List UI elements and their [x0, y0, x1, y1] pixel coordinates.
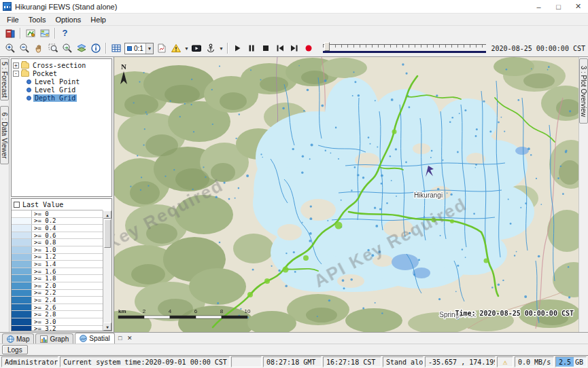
legend-row: >= 0.2: [12, 218, 103, 225]
layer-depth-value: 0:1: [134, 45, 145, 52]
layer-depth-combo[interactable]: 0:1 ▼: [124, 43, 154, 54]
legend-row-label: >= 1.2: [32, 254, 58, 261]
menu-tools[interactable]: Tools: [24, 15, 51, 24]
legend-row-label: >= 3.0: [32, 318, 58, 325]
map-canvas[interactable]: API Key Required API Key Required Hikura…: [114, 57, 578, 332]
step-back-icon[interactable]: [273, 41, 288, 55]
timeline-datetime: 2020-08-25 00:00:00 CST: [491, 45, 588, 52]
chevron-down-icon[interactable]: ▼: [184, 46, 190, 51]
last-value-row: Last Value: [12, 199, 111, 210]
pause-icon[interactable]: [245, 41, 259, 55]
maximize-button[interactable]: □: [549, 0, 568, 13]
record-icon[interactable]: [302, 41, 316, 55]
tree-item-level-point[interactable]: Level Point: [13, 77, 110, 86]
profile-icon[interactable]: [155, 41, 169, 55]
chevron-down-icon[interactable]: ▼: [218, 46, 224, 51]
menu-help[interactable]: Help: [86, 15, 111, 24]
tree-item-pocket[interactable]: - Pocket: [13, 69, 110, 77]
legend-row: >= 2.6: [12, 304, 103, 312]
sidebar-tab-forecast[interactable]: 5 : Forecast: [0, 58, 9, 100]
scrollbar-thumb[interactable]: [104, 219, 111, 248]
legend-row: >= 2.0: [12, 282, 103, 290]
folder-icon: [21, 62, 29, 69]
legend-row-label: >= 0.2: [32, 218, 58, 225]
menu-bar: File Tools Options Help: [0, 14, 588, 25]
menu-options[interactable]: Options: [50, 15, 86, 24]
tree-item-cross-section[interactable]: + Cross-section: [13, 61, 110, 69]
zoom-select-icon[interactable]: [46, 41, 60, 55]
legend-list: >= 0 >= 0.2 >= 0.4: [12, 210, 103, 331]
layers-tree[interactable]: + Cross-section - Pocket Level Point Lev…: [11, 58, 112, 197]
legend-row: >= 3.2: [12, 326, 103, 331]
logs-button[interactable]: Logs: [2, 345, 28, 354]
tab-plot-overview[interactable]: 3 : Plot Overview: [579, 58, 588, 124]
legend-row-label: >= 1.8: [32, 275, 58, 282]
info-icon[interactable]: [88, 41, 103, 55]
timeline-ticks: [323, 44, 486, 48]
tree-item-level-grid[interactable]: Level Grid: [13, 86, 110, 94]
tree-item-depth-grid[interactable]: Depth Grid: [13, 94, 110, 102]
zoom-reset-icon[interactable]: [60, 41, 74, 55]
scroll-down-icon[interactable]: ▼: [103, 323, 111, 331]
menu-file[interactable]: File: [2, 15, 24, 24]
tab-graph[interactable]: Graph: [35, 333, 73, 344]
legend-color-swatch: [12, 318, 32, 325]
database-icon[interactable]: [3, 26, 17, 40]
pan-icon[interactable]: [31, 41, 46, 55]
last-value-checkbox[interactable]: [14, 202, 20, 208]
map-time-label: Time: 2020-08-25 00:00:00 CST: [455, 310, 574, 317]
status-gmt-time: 08:27:18 GMT: [263, 356, 322, 367]
tab-map[interactable]: Map: [2, 333, 34, 344]
status-user: Administrator: [1, 356, 58, 367]
legend-row: >= 1.4: [12, 261, 103, 268]
title-bar: Hikurangi FEWS (Stand alone) – □ ✕: [0, 0, 588, 14]
legend-color-swatch: [12, 254, 32, 261]
close-button[interactable]: ✕: [568, 0, 588, 13]
collapse-icon[interactable]: -: [13, 71, 19, 77]
expand-icon[interactable]: +: [13, 62, 19, 69]
minimize-button[interactable]: –: [529, 0, 549, 13]
close-panel-icon[interactable]: ✕: [126, 334, 134, 342]
legend-color-swatch: [12, 326, 32, 331]
step-forward-icon[interactable]: [288, 41, 302, 55]
status-mode: Stand alone: [383, 356, 423, 367]
scroll-up-icon[interactable]: ▲: [103, 210, 111, 219]
map-editor-icon[interactable]: [23, 26, 37, 40]
timeline-slider[interactable]: [323, 42, 486, 54]
status-memory[interactable]: 2.5 GB: [555, 356, 587, 367]
anchor-icon[interactable]: [204, 41, 218, 55]
timeline-thumb[interactable]: [324, 42, 330, 51]
layer-dot-icon: [27, 96, 31, 100]
legend-row: >= 0.4: [12, 225, 103, 232]
status-bar: Administrator Current system time:2020-0…: [0, 355, 588, 368]
status-warning-icon[interactable]: ⚠: [497, 356, 513, 367]
legend-color-swatch: [12, 268, 32, 275]
grid-icon[interactable]: [109, 41, 123, 55]
play-icon[interactable]: [230, 41, 245, 55]
legend-row-label: >= 1.4: [32, 261, 58, 268]
warning-icon[interactable]: [169, 41, 184, 55]
legend-color-swatch: [12, 239, 32, 246]
movie-export-icon[interactable]: [190, 41, 204, 55]
legend-row: >= 0.6: [12, 232, 103, 240]
legend-color-swatch: [12, 290, 32, 297]
zoom-out-icon[interactable]: [17, 41, 31, 55]
stop-icon[interactable]: [259, 41, 273, 55]
legend-row: >= 3.0: [12, 318, 103, 326]
help-icon[interactable]: ?: [58, 26, 72, 40]
maximize-panel-icon[interactable]: □: [116, 334, 124, 342]
tab-spatial[interactable]: Spatial: [75, 333, 115, 344]
zoom-in-icon[interactable]: [3, 41, 17, 55]
app-icon: [3, 2, 12, 11]
legend-row: >= 1.0: [12, 246, 103, 254]
chevron-down-icon[interactable]: ▼: [145, 43, 153, 54]
toolbar-separator: [54, 28, 55, 39]
layers-icon[interactable]: [74, 41, 88, 55]
sidebar-tab-data-viewer[interactable]: 6 : Data Viewer: [0, 106, 9, 164]
legend-row: >= 2.2: [12, 290, 103, 297]
legend-scrollbar[interactable]: ▲ ▼: [103, 210, 111, 331]
status-throughput: 0.0 MB/s: [515, 356, 554, 367]
legend-panel: Last Value >= 0 >= 0.2: [11, 198, 112, 331]
legend-row: >= 0.8: [12, 239, 103, 246]
spatial-display-icon[interactable]: [37, 26, 52, 40]
